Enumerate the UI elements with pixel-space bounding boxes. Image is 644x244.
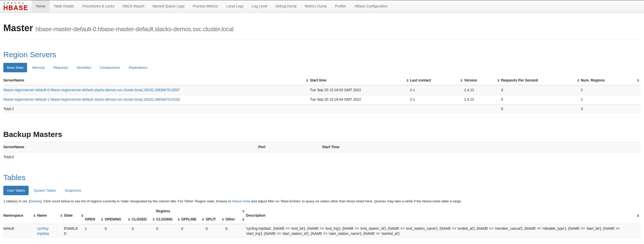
bm-total-label: Total:0 (3, 152, 641, 162)
note-text: table is large. (440, 199, 462, 203)
region-count-offline[interactable]: 0 (181, 224, 206, 238)
tab-user-tables[interactable]: User Tables (3, 186, 29, 195)
tab-memory[interactable]: Memory (29, 63, 48, 72)
col-num-regions-label: Num. Regions (581, 78, 605, 82)
sort-icon[interactable] (222, 218, 224, 221)
cell-rps: 0 (501, 95, 581, 104)
hbase-logo[interactable]: APACHE HBASE (0, 0, 32, 13)
total-row: Total:2 0 3 (3, 104, 641, 114)
col-version-label: Version (464, 78, 477, 82)
sort-icon[interactable] (637, 79, 639, 82)
region-servers-table: ServerName Start time Last contact Versi… (3, 76, 641, 114)
col-last-contact[interactable]: Last contact (410, 76, 464, 85)
region-count-other[interactable]: 0 (225, 224, 246, 238)
col-description[interactable]: Description (246, 207, 641, 224)
col-num-regions[interactable]: Num. Regions (581, 76, 641, 85)
tab-system-tables[interactable]: System Tables (30, 186, 60, 195)
sort-icon[interactable] (178, 218, 180, 221)
cell-last-contact: 2 s (410, 95, 464, 104)
tab-replications[interactable]: Replications (125, 63, 151, 72)
page-title: Master hbase-master-default-0.hbase-mast… (3, 23, 641, 34)
sort-icon[interactable] (306, 79, 309, 82)
sort-icon[interactable] (202, 218, 204, 221)
sort-icon[interactable] (460, 79, 463, 82)
col-state-label: State (64, 213, 73, 217)
master-title: Master (3, 23, 33, 33)
col-open[interactable]: OPEN (85, 215, 105, 224)
region-count-opening[interactable]: 0 (105, 224, 132, 238)
master-hostname: hbase-master-default-0.hbase-master-defa… (36, 26, 233, 32)
region-servers-tabs: Base Stats Memory Requests Storefiles Co… (3, 63, 641, 72)
nav-item-profiler[interactable]: Profiler (331, 0, 350, 13)
nav-item-debug-dump[interactable]: Debug Dump (271, 0, 301, 13)
sort-icon[interactable] (81, 214, 84, 217)
col-servername[interactable]: ServerName (3, 76, 310, 85)
user-tables-table: Namespace Name State Regions Description… (3, 207, 641, 238)
regionserver-link[interactable]: hbase-regionserver-default-0.hbase-regio… (3, 88, 180, 92)
col-opening[interactable]: OPENING (105, 215, 132, 224)
cell-num-regions: 2 (581, 85, 641, 95)
col-closed-label: CLOSED (132, 217, 146, 221)
nav-item-local-logs[interactable]: Local Logs (222, 0, 248, 13)
col-namespace[interactable]: Namespace (3, 207, 37, 224)
regionserver-link[interactable]: hbase-regionserver-default-1.hbase-regio… (3, 97, 180, 101)
region-count-open[interactable]: 1 (85, 227, 87, 231)
nav-item-hbck-report[interactable]: HBCK Report (118, 0, 148, 13)
nav-item-home[interactable]: Home (32, 0, 50, 13)
nav-item-table-details[interactable]: Table Details (50, 0, 78, 13)
region-count-closed[interactable]: 0 (132, 224, 156, 238)
hbase-meta-link[interactable]: hbase:meta (232, 199, 250, 203)
col-closed[interactable]: CLOSED (132, 215, 156, 224)
col-state[interactable]: State (64, 207, 85, 224)
cell-num-regions: 1 (581, 95, 641, 104)
backup-masters-section: Backup Masters ServerName Port Start Tim… (3, 130, 641, 162)
col-closing[interactable]: CLOSING (156, 215, 181, 224)
col-split[interactable]: SPLIT (206, 215, 225, 224)
sort-icon[interactable] (577, 79, 580, 82)
region-count-closing[interactable]: 0 (156, 224, 181, 238)
region-count-split[interactable]: 0 (206, 224, 225, 238)
sort-icon[interactable] (242, 218, 245, 221)
col-group-regions[interactable]: Regions (85, 207, 246, 215)
sort-icon[interactable] (637, 214, 639, 217)
table-link-cycling-tripdata[interactable]: cycling-tripdata (37, 226, 49, 236)
tab-compactions[interactable]: Compactions (96, 63, 123, 72)
sort-icon[interactable] (60, 214, 63, 217)
tab-snapshots[interactable]: Snapshots (61, 186, 85, 195)
sort-icon[interactable] (33, 214, 36, 217)
sort-icon[interactable] (153, 218, 155, 221)
total-num-regions: 3 (581, 104, 641, 114)
sort-icon[interactable] (128, 218, 130, 221)
backup-masters-table: ServerName Port Start Time Total:0 (3, 142, 641, 162)
sort-icon[interactable] (406, 79, 409, 82)
nav-item-metrics-dump[interactable]: Metrics Dump (301, 0, 331, 13)
hbase-meta-italic: hbase:meta (422, 199, 440, 203)
col-closing-label: CLOSING (156, 217, 173, 221)
nav-item-hbase-configuration[interactable]: HBase Configuration (351, 0, 392, 13)
col-start-time[interactable]: Start time (310, 76, 410, 85)
nav-item-named-queue-logs[interactable]: Named Queue Logs (148, 0, 188, 13)
tab-requests[interactable]: Requests (50, 63, 72, 72)
nav-item-procedures-locks[interactable]: Procedures & Locks (78, 0, 118, 13)
cell-description: 'cycling-tripdata', {NAME => 'end_lat'},… (246, 224, 641, 238)
col-offline-label: OFFLINE (181, 217, 197, 221)
note-text: 1 table(s) in set. [ (3, 199, 30, 203)
sort-icon[interactable] (242, 210, 245, 213)
sort-icon[interactable] (101, 218, 103, 221)
col-other[interactable]: Other (225, 215, 246, 224)
col-offline[interactable]: OFFLINE (181, 215, 206, 224)
col-version[interactable]: Version (464, 76, 501, 85)
details-link[interactable]: Details (30, 199, 40, 203)
col-open-label: OPEN (85, 217, 95, 221)
tab-base-stats[interactable]: Base Stats (3, 63, 27, 72)
logo-hbase-text: HBASE (3, 5, 28, 11)
table-row: default cycling-tripdata ENABLED 1 0 0 0… (3, 224, 641, 238)
col-servername-label: ServerName (3, 78, 24, 82)
nav-item-log-level[interactable]: Log Level (248, 0, 272, 13)
sort-icon[interactable] (498, 79, 500, 82)
tab-storefiles[interactable]: Storefiles (73, 63, 95, 72)
cell-start-time: Tue Sep 20 15:16:53 GMT 2022 (310, 85, 410, 95)
nav-item-process-metrics[interactable]: Process Metrics (188, 0, 222, 13)
col-requests-per-second[interactable]: Requests Per Second (501, 76, 581, 85)
col-name[interactable]: Name (37, 207, 64, 224)
